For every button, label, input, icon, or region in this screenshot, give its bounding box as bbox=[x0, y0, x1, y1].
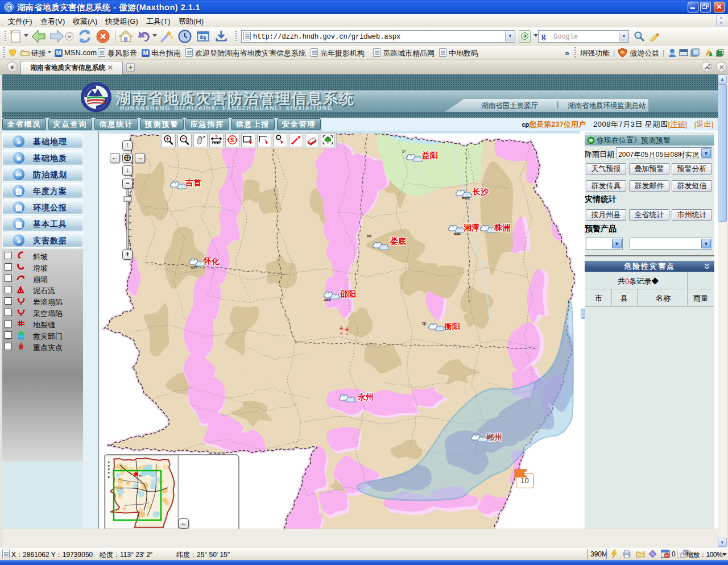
svg-text:S: S bbox=[230, 137, 234, 143]
svg-text:?: ? bbox=[215, 135, 218, 140]
